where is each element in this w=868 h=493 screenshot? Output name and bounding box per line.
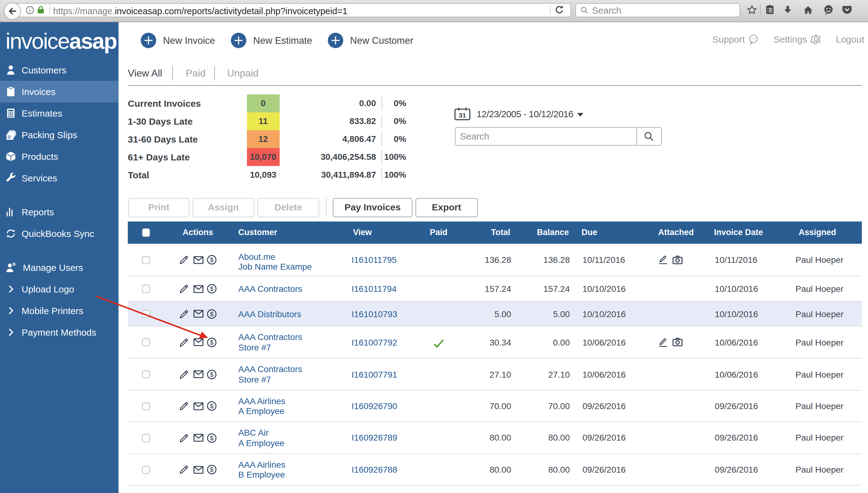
svg-text:$: $: [210, 371, 213, 378]
svg-text:$: $: [210, 403, 213, 409]
svg-text:31: 31: [459, 112, 466, 119]
svg-text:$: $: [210, 256, 213, 263]
svg-text:$: $: [210, 434, 213, 441]
svg-text:$: $: [210, 466, 213, 473]
